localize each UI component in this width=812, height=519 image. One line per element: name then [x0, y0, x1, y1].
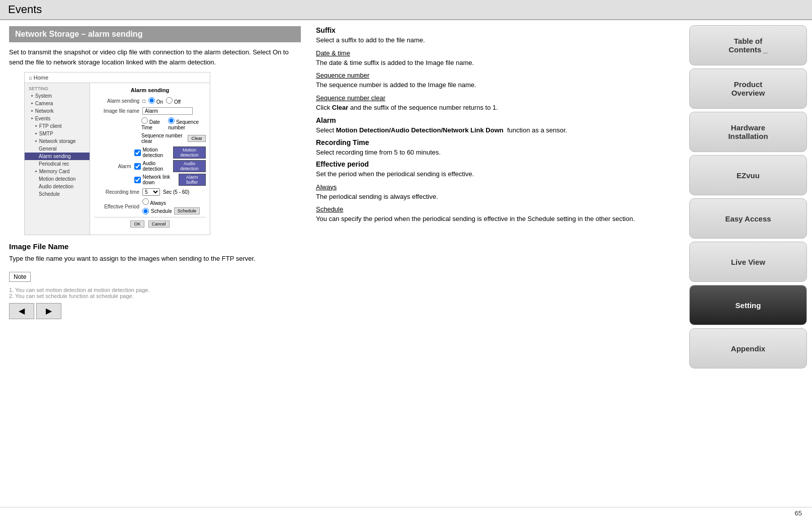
alarm-sending-row: Alarm sending □ On Off [94, 97, 206, 105]
page-title: Events [8, 3, 42, 16]
date-time-radio[interactable] [141, 117, 148, 124]
sequence-number-text: The sequence number is added to the Imag… [316, 80, 675, 90]
effective-period-row: Effective Period Always Schedule Schedul… [94, 198, 206, 214]
cancel-button[interactable]: Cancel [148, 220, 170, 228]
nav-live-view[interactable]: Live View [689, 242, 807, 282]
suffix-row: Date Time Sequence number [94, 117, 206, 130]
sidebar-alarm-sending[interactable]: Alarm sending [25, 153, 90, 160]
nav-table-of-contents[interactable]: Table ofContents _ [689, 25, 807, 65]
alarm-text: Select Motion Detection/Audio Detection/… [316, 125, 675, 135]
suffix-heading: Suffix [316, 26, 675, 34]
sequence-number-radio[interactable] [168, 117, 175, 124]
page-number: 65 [795, 509, 802, 517]
left-column: Network Storage – alarm sending Set to t… [9, 26, 301, 501]
alarm-sending-label: Alarm sending [94, 98, 139, 104]
date-time-text: The date & time suffix is added to the I… [316, 58, 675, 68]
next-button[interactable]: ▶ [36, 303, 61, 319]
sidebar-network-storage[interactable]: ‣ Network storage [25, 137, 90, 145]
motion-btn[interactable]: Motion detection [173, 146, 206, 159]
ok-button[interactable]: OK [130, 220, 144, 228]
setting-label: SETTING [25, 85, 90, 92]
intro-text: Set to transmit the snapshot or video cl… [9, 47, 301, 67]
nav-arrows: ◀ ▶ [9, 303, 301, 319]
alarm-row: Alarm Motion detection Motion detection … [94, 146, 206, 186]
sidebar-ftp-client[interactable]: ‣ FTP client [25, 122, 90, 130]
sidebar-events[interactable]: ‣ Events [25, 115, 90, 122]
recording-time-range: Sec (5 - 60) [163, 189, 189, 195]
schedule-text: You can specify the period when the peri… [316, 214, 675, 224]
nav-sidebar: Table ofContents _ ProductOverview Hardw… [684, 20, 812, 507]
image-file-name-row: Image file name [94, 107, 206, 115]
sidebar-camera[interactable]: ‣ Camera [25, 100, 90, 107]
suffix-text: Select a suffix to add to the file name. [316, 35, 675, 45]
audio-btn[interactable]: Audio detection [173, 160, 206, 172]
effective-period-text: Set the period when the periodical sendi… [316, 169, 675, 179]
image-file-input[interactable] [142, 107, 193, 115]
camera-ui-body: SETTING ‣ System ‣ Camera ‣ Network ‣ Ev… [25, 83, 210, 235]
clear-button[interactable]: Clear [188, 135, 206, 142]
schedule-row: Schedule Schedule [142, 207, 200, 214]
image-file-heading: Image File Name [9, 242, 301, 251]
camera-form: Alarm sending Alarm sending □ On Off Ima… [90, 83, 210, 235]
effective-period-label: Effective Period [94, 204, 139, 209]
motion-detection-row: Motion detection Motion detection [134, 146, 206, 159]
sidebar-system[interactable]: ‣ System [25, 92, 90, 100]
sidebar-smtp[interactable]: ‣ SMTP [25, 130, 90, 137]
camera-nav-home: ⌂ Home [25, 72, 210, 83]
network-link-label: Network link down [143, 174, 177, 185]
image-file-text: Type the file name you want to assign to… [9, 254, 301, 264]
alarm-heading: Alarm [316, 116, 675, 124]
prev-button[interactable]: ◀ [9, 303, 34, 319]
sidebar-audio-detection[interactable]: Audio detection [25, 183, 90, 190]
motion-label: Motion detection [143, 147, 172, 158]
motion-check[interactable] [134, 150, 141, 156]
nav-appendix[interactable]: Appendix [689, 328, 807, 368]
image-file-label: Image file name [94, 108, 139, 114]
main-layout: Network Storage – alarm sending Set to t… [0, 20, 812, 507]
date-time-underline: Date & time [316, 49, 675, 57]
seq-clear-label: Sequence number clear [141, 133, 185, 144]
note-2: 2. You can set schedule function at sche… [9, 293, 301, 299]
sidebar-motion-detection[interactable]: Motion detection [25, 175, 90, 183]
sidebar-periodical-rec[interactable]: Periodical rec [25, 160, 90, 168]
nav-ezvuu[interactable]: EZvuu [689, 155, 807, 195]
always-radio[interactable] [142, 198, 149, 205]
sidebar-schedule[interactable]: Schedule [25, 190, 90, 198]
audio-detection-row: Audio detection Audio detection [134, 160, 206, 172]
network-check[interactable] [134, 177, 141, 183]
camera-footer: OK Cancel [94, 217, 206, 231]
right-column: Suffix Select a suffix to add to the fil… [311, 26, 675, 501]
alarm-off-radio[interactable] [166, 97, 173, 104]
recording-time-select[interactable]: 51015 [142, 188, 160, 196]
audio-check[interactable] [134, 163, 141, 170]
alarm-on-radio[interactable] [148, 97, 155, 104]
network-link-down-row: Network link down Alarm buffer [134, 174, 206, 186]
camera-sidebar: SETTING ‣ System ‣ Camera ‣ Network ‣ Ev… [25, 83, 90, 235]
schedule-underline: Schedule [316, 205, 675, 213]
note-box: Note [9, 272, 31, 282]
note-1: 1. You can set motion detection at motio… [9, 287, 301, 293]
schedule-btn[interactable]: Schedule [174, 207, 200, 214]
nav-hardware-installation[interactable]: HardwareInstallation [689, 112, 807, 152]
effective-period-heading: Effective period [316, 160, 675, 168]
sidebar-network[interactable]: ‣ Network [25, 107, 90, 115]
schedule-radio[interactable] [142, 208, 149, 214]
form-title: Alarm sending [94, 87, 206, 93]
note-list: 1. You can set motion detection at motio… [9, 287, 301, 299]
nav-product-overview[interactable]: ProductOverview [689, 68, 807, 109]
page-header: Events [0, 0, 812, 20]
sidebar-memory-card[interactable]: ‣ Memory Card [25, 168, 90, 175]
recording-time-row: Recording time 51015 Sec (5 - 60) [94, 188, 206, 196]
sidebar-general[interactable]: General [25, 145, 90, 153]
sequence-number-underline: Sequence number [316, 71, 675, 79]
recording-time-label: Recording time [94, 189, 139, 195]
alarm-label: Alarm [94, 164, 131, 169]
page-footer: 65 [0, 507, 812, 519]
seq-clear-text: Click Clear and the suffix of the sequen… [316, 103, 675, 113]
always-underline: Always [316, 183, 675, 191]
section-heading: Network Storage – alarm sending [9, 26, 301, 42]
nav-setting[interactable]: Setting [689, 285, 807, 325]
recording-time-text: Select recording time from 5 to 60 minut… [316, 147, 675, 158]
nav-easy-access[interactable]: Easy Access [689, 198, 807, 239]
alarm-buffer-btn[interactable]: Alarm buffer [179, 174, 206, 186]
